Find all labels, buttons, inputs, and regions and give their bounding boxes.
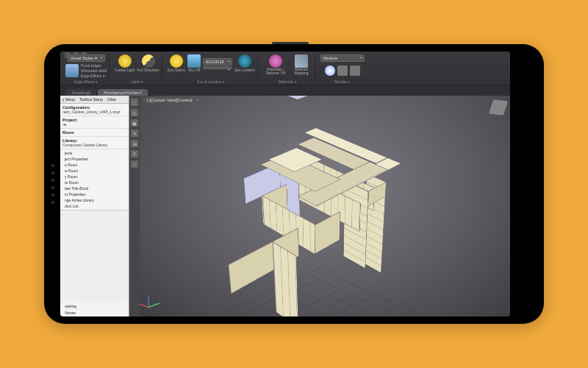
floor-grid xyxy=(140,265,510,316)
content-area: y Setup Toolbox Setup Other Configuratio… xyxy=(60,96,510,316)
vertical-toolbar: ⬚◫▦✎⊞≡⌂ xyxy=(129,96,140,316)
room-heading: Room xyxy=(62,130,126,135)
time-field[interactable] xyxy=(203,66,232,69)
axis-x-icon xyxy=(140,303,148,308)
axis-z-icon xyxy=(148,296,149,308)
tree-item[interactable]: nge Active Library xyxy=(60,197,129,203)
tree-item[interactable]: ject Properties xyxy=(60,156,129,162)
group-title: Render ▾ xyxy=(334,79,350,84)
ribbon-group-render: Medium Render ▾ xyxy=(318,53,367,85)
materials-icon[interactable] xyxy=(269,54,282,68)
full-shadows-label: Full Shadows xyxy=(137,68,159,72)
vtool-button[interactable]: ⊞ xyxy=(131,140,138,147)
vtool-button[interactable]: ⌂ xyxy=(131,160,138,168)
app-window: Visual Styles ▾ Focal Edges Silhouette w… xyxy=(60,52,510,316)
close-icon[interactable]: × xyxy=(196,98,198,102)
sky-off-icon[interactable] xyxy=(187,54,201,68)
ribbon-group-lights: Create Light Full Shadows Lights ▾ xyxy=(112,53,162,85)
group-title: Materials ▾ xyxy=(279,79,297,84)
doc-tab[interactable]: Drawing1 xyxy=(66,89,96,96)
vtool-button[interactable]: ≡ xyxy=(131,150,138,158)
power-button xyxy=(272,42,309,44)
material-mapping-label: Material Mapping xyxy=(290,68,312,75)
sun-status-icon[interactable] xyxy=(170,54,183,68)
set-location-label: Set Location xyxy=(234,68,255,72)
group-title: Edge Effects ▾ xyxy=(74,79,98,84)
render-icon[interactable] xyxy=(325,66,335,76)
view-cube[interactable] xyxy=(489,99,508,115)
ribbon-group-visual-styles: Visual Styles ▾ Focal Edges Silhouette w… xyxy=(63,53,110,85)
tree-item[interactable]: y Room xyxy=(60,174,129,180)
config-value: nent_Cabinet_Library_v345_1.tmpr xyxy=(62,110,126,114)
doc-tab-active[interactable]: PembertonKitchen* xyxy=(98,89,148,96)
render-icon[interactable] xyxy=(350,66,360,76)
ribbon-group-materials: Materials / Textures Off Material Mappin… xyxy=(261,53,315,85)
tree-item[interactable]: late Title-Block xyxy=(60,185,129,191)
side-panel: y Setup Toolbox Setup Other Configuratio… xyxy=(60,96,129,316)
ribbon-group-sun: Sun Status Sky Off 9/21/2018 Set Locatio… xyxy=(165,53,258,85)
visual-styles-dropdown[interactable]: Visual Styles ▾ xyxy=(68,54,105,62)
vtool-button[interactable]: ▦ xyxy=(131,119,138,127)
full-shadows-icon[interactable] xyxy=(142,54,155,68)
tree-item[interactable]: odeling xyxy=(60,302,129,309)
tree-item[interactable]: w Room xyxy=(60,168,129,174)
project-value: ne xyxy=(62,122,126,127)
create-light-icon[interactable] xyxy=(118,54,132,68)
vtool-button[interactable]: ◫ xyxy=(131,109,138,116)
create-light-label: Create Light xyxy=(115,68,135,72)
edge-effects-dropdown[interactable]: Edge Effects ▾ xyxy=(81,74,107,78)
side-tab[interactable]: Toolbox Setup xyxy=(77,96,105,103)
focal-edges-icon[interactable] xyxy=(65,64,79,77)
side-tab[interactable]: y Setup xyxy=(60,96,77,103)
side-panel-tabs: y Setup Toolbox Setup Other xyxy=(60,96,129,104)
group-title: Sun & Location ▾ xyxy=(197,79,225,84)
project-section: Project: ne xyxy=(60,116,129,129)
viewport-3d[interactable]: [-][Custom View][Current] × xyxy=(140,96,510,316)
group-title: Lights ▾ xyxy=(131,79,144,84)
tree-item[interactable]: duct List xyxy=(60,203,129,209)
side-bottom-list: odelingViewer xyxy=(60,302,129,316)
render-icon[interactable] xyxy=(337,66,348,76)
tree-item[interactable]: Viewer xyxy=(60,309,129,316)
tree-item[interactable]: jects xyxy=(60,150,129,156)
room-section: Room xyxy=(60,129,129,137)
tree-item[interactable]: e Room xyxy=(60,162,129,168)
date-field[interactable]: 9/21/2018 xyxy=(203,58,232,66)
silhouette-checkbox[interactable]: Silhouette width xyxy=(81,68,107,73)
render-preset-dropdown[interactable]: Medium xyxy=(320,54,365,62)
vtool-button[interactable]: ⬚ xyxy=(131,99,138,106)
material-mapping-icon[interactable] xyxy=(295,54,308,68)
axis-gizmo xyxy=(146,290,166,311)
focal-edges-label: Focal Edges xyxy=(81,63,107,68)
tree-item[interactable]: m Properties xyxy=(60,191,129,197)
library-section: Library: Component Cabinet Library xyxy=(60,137,129,149)
tree-item[interactable]: te Room xyxy=(60,180,129,185)
side-tab[interactable]: Other xyxy=(105,96,119,103)
set-location-icon[interactable] xyxy=(238,54,251,68)
viewport-tab-label: [-][Custom View][Current] xyxy=(147,98,193,102)
vtool-button[interactable]: ✎ xyxy=(131,130,138,137)
sun-status-label: Sun Status xyxy=(168,68,185,72)
document-tab-strip: Drawing1 PembertonKitchen* xyxy=(60,85,510,96)
sky-off-label: Sky Off xyxy=(188,68,200,72)
materials-label: Materials / Textures Off xyxy=(263,68,288,75)
device-frame: Visual Styles ▾ Focal Edges Silhouette w… xyxy=(44,44,544,324)
viewport-tab[interactable]: [-][Custom View][Current] × xyxy=(143,97,203,103)
config-section: Configuration: nent_Cabinet_Library_v345… xyxy=(60,104,129,116)
ribbon-toolbar: Visual Styles ▾ Focal Edges Silhouette w… xyxy=(60,52,510,85)
library-value: Component Cabinet Library xyxy=(62,143,126,147)
axis-y-icon xyxy=(148,303,159,308)
tree-view: jectsject Propertiese Roomw Roomy Roomte… xyxy=(60,149,129,210)
side-spacer xyxy=(60,210,129,302)
